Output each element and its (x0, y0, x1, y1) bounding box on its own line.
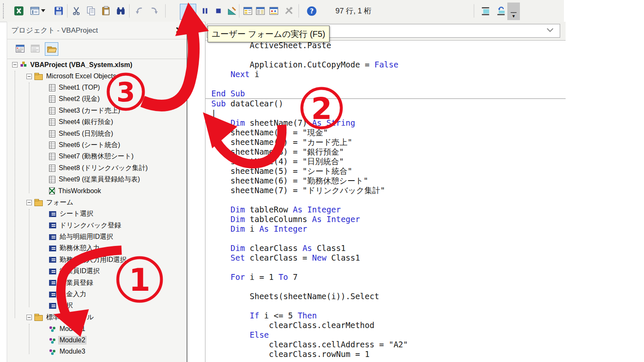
tree-item-23[interactable]: Module1 (7, 323, 187, 334)
help-button[interactable]: ? (304, 3, 319, 18)
tree-item-14[interactable]: ドリンクバック登録 (7, 220, 187, 231)
project-tree[interactable]: VBAProject (VBA_System.xlsm)Microsoft Ex… (7, 59, 187, 362)
code-line: Dim clearClass As Class1 (211, 243, 566, 253)
toggle-folders-button[interactable] (45, 42, 58, 56)
tree-guide-line (29, 209, 29, 307)
form-icon (49, 280, 56, 286)
tree-item-label: Module3 (59, 348, 86, 355)
code-line: For i = 1 To 7 (211, 272, 566, 282)
tree-item-8[interactable]: Sheet7 (勤務休憩シート) (7, 151, 187, 162)
code-line: clearClass.cellAddress = "A2" (211, 340, 566, 349)
view-code-button[interactable] (14, 42, 26, 55)
tree-item-19[interactable]: 従業員登録 (7, 277, 187, 288)
cut-button[interactable] (69, 3, 83, 18)
project-explorer-button[interactable] (241, 3, 255, 18)
tree-item-7[interactable]: Sheet6 (シート統合) (7, 140, 187, 151)
insert-dropdown-button[interactable] (40, 3, 47, 18)
tree-item-label: Module2 (59, 336, 86, 344)
code-line: sheetName(6) = "勤務休憩シート" (211, 176, 566, 186)
copy-button[interactable] (84, 3, 98, 18)
view-code-icon (15, 43, 26, 54)
object-browser-button[interactable] (267, 3, 281, 18)
code-line: Else (211, 330, 566, 340)
tree-item-label: 従業員登録 (59, 279, 94, 287)
close-icon[interactable]: × (176, 23, 182, 38)
tree-item-24[interactable]: Module2 (7, 334, 187, 346)
properties-window-button[interactable] (253, 3, 267, 18)
tree-item-12[interactable]: フォーム (7, 197, 187, 208)
collapse-icon[interactable] (26, 315, 32, 320)
tree-item-0[interactable]: VBAProject (VBA_System.xlsm) (7, 59, 187, 70)
standard-toolbar: ? 97 行, 1 桁 ▼ (0, 0, 564, 22)
tree-item-22[interactable]: 標準モジュール (7, 312, 187, 323)
run-button[interactable] (180, 4, 196, 20)
code-line: Sheets(sheetName(i)).Select (211, 292, 566, 301)
form-icon (49, 211, 56, 217)
tree-item-3[interactable]: Sheet2 (現金) (7, 93, 187, 105)
excel-icon (13, 5, 24, 16)
tree-item-17[interactable]: 勤務休憩入力用ID選択 (7, 254, 187, 266)
code-line (211, 263, 566, 272)
tree-item-1[interactable]: Microsoft Excel Objects (7, 70, 187, 82)
sheet-icon (49, 119, 55, 126)
break-button[interactable] (198, 3, 212, 18)
tree-item-label: シート選択 (59, 209, 94, 218)
tree-item-2[interactable]: Sheet1 (TOP) (7, 82, 187, 93)
code-line: clearClass.rowNum = 1 (211, 349, 566, 359)
collapse-icon[interactable] (26, 200, 32, 205)
code-line: If i <= 5 Then (211, 311, 566, 321)
form-icon (49, 246, 56, 251)
find-button[interactable] (114, 3, 128, 18)
toolbar-separator (67, 4, 68, 18)
code-line: End Sub (211, 89, 566, 98)
redo-button[interactable] (147, 3, 161, 18)
tree-item-21[interactable]: 選択 (7, 300, 187, 311)
paste-button[interactable] (99, 3, 113, 18)
scissors-icon (71, 5, 82, 16)
toolbar-grip[interactable] (3, 3, 5, 18)
tree-item-16[interactable]: 勤務休憩入力 (7, 243, 187, 254)
userform-icon (29, 5, 40, 16)
tree-item-18[interactable]: 従業員ID選択 (7, 266, 187, 277)
tree-item-9[interactable]: Sheet8 (ドリンクバック集計) (7, 163, 187, 174)
tree-item-11[interactable]: ThisWorkbook (7, 185, 187, 197)
undo-icon (134, 5, 145, 16)
code-line (211, 301, 566, 311)
design-mode-button[interactable] (225, 3, 239, 18)
tree-item-5[interactable]: Sheet4 (銀行預金) (7, 116, 187, 128)
toolbox-icon (283, 5, 294, 16)
tree-item-20[interactable]: 入金入力 (7, 289, 187, 300)
indent-button[interactable] (478, 3, 493, 18)
tree-item-4[interactable]: Sheet3 (カード売上) (7, 105, 187, 116)
collapse-icon[interactable] (12, 62, 18, 67)
sheet-icon (49, 153, 55, 160)
reset-button[interactable] (211, 3, 226, 18)
toolbox-button[interactable] (282, 3, 296, 18)
form-icon (49, 269, 56, 274)
collapse-icon[interactable] (26, 74, 32, 79)
tree-item-label: Sheet3 (カード売上) (58, 106, 121, 115)
stop-icon (213, 5, 224, 16)
tree-item-10[interactable]: Sheet9 (従業員登録給与表) (7, 174, 187, 185)
view-object-icon (30, 43, 41, 54)
code-line: sheetName(7) = "ドリンクバック集計" (211, 186, 566, 195)
project-panel-titlebar[interactable]: プロジェクト - VBAProject × (7, 22, 187, 39)
code-line: | (211, 109, 566, 118)
tree-item-25[interactable]: Module3 (7, 346, 187, 357)
comment-block-icon (496, 5, 506, 16)
view-object-button[interactable] (29, 42, 42, 55)
tree-item-15[interactable]: 給与明細用ID選択 (7, 231, 187, 243)
code-line: Next i (211, 70, 566, 79)
project-panel-title: プロジェクト - VBAProject (11, 22, 98, 39)
tree-item-6[interactable]: Sheet5 (日別統合) (7, 128, 187, 139)
code-editor[interactable]: ActiveSheet.Paste Application.CutCopyMod… (205, 41, 566, 362)
tree-item-label: 勤務休憩入力 (59, 244, 101, 253)
view-microsoft-excel-button[interactable] (12, 3, 26, 18)
save-button[interactable] (52, 3, 66, 18)
toolbar-options-button[interactable]: ▼ (507, 3, 520, 20)
tree-item-13[interactable]: シート選択 (7, 208, 187, 220)
tree-guide-line (29, 83, 29, 193)
clipboard-icon (101, 5, 112, 16)
comment-block-button[interactable] (494, 3, 508, 18)
undo-button[interactable] (132, 3, 147, 18)
